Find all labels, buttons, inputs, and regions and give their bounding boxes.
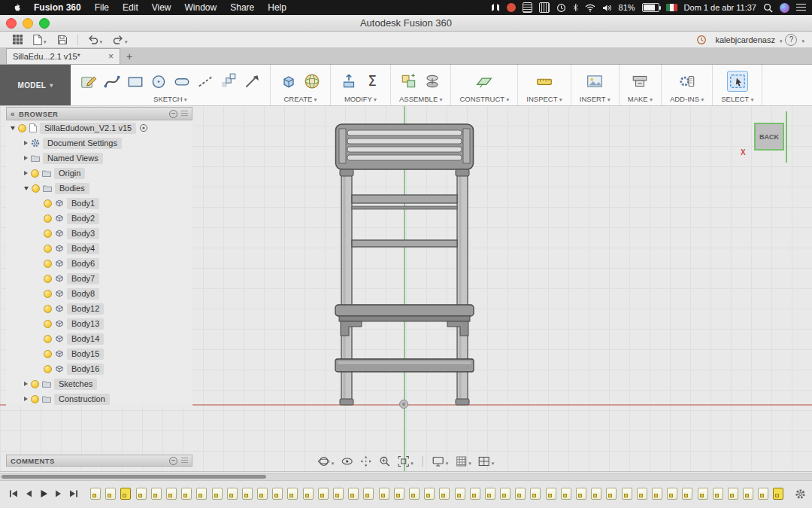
timeline-feature-icon[interactable] (136, 488, 147, 500)
spaces-icon[interactable] (491, 3, 500, 12)
apple-menu-icon[interactable] (6, 3, 27, 13)
bulb-icon[interactable] (44, 320, 52, 328)
battery-icon[interactable] (642, 3, 659, 12)
circle-icon[interactable] (149, 71, 168, 91)
timeline-settings-gear-icon[interactable] (795, 488, 806, 500)
joint-icon[interactable] (423, 71, 442, 91)
construction-line-icon[interactable] (195, 71, 215, 91)
menubar-menu-help[interactable]: Help (261, 2, 293, 13)
ribbon-group-label-add-ins[interactable]: ADD-INS (670, 95, 704, 103)
browser-item-body6[interactable]: Body6 (67, 258, 99, 269)
timeline-feature-icon[interactable] (698, 488, 708, 500)
wifi-icon[interactable] (585, 4, 595, 12)
ribbon-group-label-create[interactable]: CREATE (283, 95, 317, 103)
timeline-feature-icon[interactable] (257, 488, 268, 500)
browser-item-body3[interactable]: Body3 (67, 228, 99, 239)
fit-icon[interactable] (395, 454, 416, 469)
tab-close-icon[interactable] (108, 52, 114, 61)
viewcube-back-face[interactable]: BACK (754, 123, 784, 151)
comments-grip-handle[interactable] (181, 458, 188, 464)
horizontal-scrollbar[interactable] (0, 473, 812, 481)
timeline-feature-icon[interactable] (515, 488, 526, 500)
pan-icon[interactable] (357, 455, 374, 468)
browser-item-body2[interactable]: Body2 (67, 213, 99, 224)
print-icon[interactable] (630, 71, 650, 91)
press-pull-icon[interactable] (339, 71, 359, 91)
measure-icon[interactable] (535, 71, 554, 91)
disclosure-triangle[interactable] (24, 171, 28, 175)
timeline-feature-icon[interactable] (530, 488, 541, 500)
browser-item-body7[interactable]: Body7 (67, 273, 99, 284)
bluetooth-icon[interactable] (573, 3, 578, 12)
ribbon-group-label-construct[interactable]: CONSTRUCT (459, 95, 509, 103)
create-sketch-icon[interactable] (79, 71, 98, 91)
ribbon-group-label-insert[interactable]: INSERT (580, 95, 611, 103)
insert-image-icon[interactable] (585, 71, 604, 91)
timeline-feature-icon[interactable] (622, 488, 632, 500)
timeline-feature-icon[interactable] (242, 488, 253, 500)
browser-item-body1[interactable]: Body1 (67, 198, 99, 209)
bulb-icon[interactable] (44, 290, 52, 298)
browser-item-construction[interactable]: Construction (54, 394, 110, 405)
timeline-feature-icon[interactable] (227, 488, 238, 500)
document-status-icon[interactable] (523, 2, 532, 13)
notification-center-icon[interactable] (796, 4, 806, 11)
timeline-feature-icon[interactable] (500, 488, 511, 500)
window-title-bar[interactable]: Autodesk Fusion 360 (0, 15, 812, 32)
spotlight-search-icon[interactable] (763, 3, 773, 13)
timeline-feature-icon[interactable] (455, 488, 465, 500)
comments-toggle-icon[interactable] (169, 457, 177, 465)
timeline-feature-icon[interactable] (561, 488, 571, 500)
browser-item-body13[interactable]: Body13 (67, 318, 104, 330)
job-status-icon[interactable] (696, 35, 707, 45)
volume-icon[interactable] (602, 4, 612, 12)
window-zoom-button[interactable] (39, 18, 50, 29)
workspace-selector[interactable]: MODEL (0, 65, 71, 105)
browser-item-body16[interactable]: Body16 (67, 364, 104, 375)
plane-icon[interactable] (474, 71, 494, 91)
bulb-icon[interactable] (44, 275, 52, 283)
ribbon-group-label-assemble[interactable]: ASSEMBLE (399, 95, 442, 103)
timeline-feature-icon[interactable] (470, 488, 480, 500)
timeline-feature-icon[interactable] (166, 488, 177, 500)
bulb-icon[interactable] (44, 260, 52, 268)
comments-panel-header[interactable]: COMMENTS (6, 455, 192, 467)
timeline-feature-icon[interactable] (682, 488, 692, 500)
timeline-feature-icon[interactable] (485, 488, 495, 500)
pattern-icon[interactable] (219, 71, 238, 91)
scrollbar-thumb[interactable] (2, 475, 266, 479)
menubar-menu-share[interactable]: Share (223, 2, 261, 13)
browser-item-body4[interactable]: Body4 (67, 243, 99, 254)
panel-grip-handle[interactable] (181, 111, 188, 117)
timeline-feature-icon[interactable] (287, 488, 298, 500)
browser-item-body12[interactable]: Body12 (67, 303, 104, 315)
step-back-icon[interactable] (23, 488, 35, 500)
timeline-feature-icon[interactable] (728, 488, 738, 500)
disclosure-triangle[interactable] (24, 141, 28, 145)
undo-button[interactable] (88, 33, 103, 47)
siri-icon[interactable] (780, 3, 789, 13)
display-settings-icon[interactable] (430, 454, 451, 469)
bulb-icon[interactable] (44, 230, 52, 238)
timeline-feature-icon[interactable] (151, 488, 162, 500)
disclosure-triangle[interactable] (24, 156, 28, 160)
timeline-feature-icon[interactable] (713, 488, 723, 500)
ribbon-group-label-modify[interactable]: MODIFY (344, 95, 377, 103)
menubar-menu-edit[interactable]: Edit (116, 2, 145, 13)
user-account-menu[interactable]: kalebjcardenasz (715, 35, 775, 44)
timeline-feature-icon[interactable] (303, 488, 314, 500)
play-icon[interactable] (38, 488, 50, 500)
menubar-menu-file[interactable]: File (88, 2, 116, 13)
ribbon-group-label-make[interactable]: MAKE (628, 95, 653, 103)
project-icon[interactable] (242, 71, 262, 91)
disclosure-triangle[interactable] (24, 397, 28, 401)
columns-status-icon[interactable] (539, 2, 550, 13)
ribbon-group-label-inspect[interactable]: INSPECT (526, 95, 562, 103)
disclosure-triangle[interactable] (11, 126, 15, 130)
window-close-button[interactable] (6, 18, 17, 29)
ribbon-group-label-sketch[interactable]: SKETCH (153, 95, 187, 103)
select-icon[interactable] (728, 71, 747, 91)
timeline-feature-icon[interactable] (606, 488, 617, 500)
timeline-feature-icon[interactable] (272, 488, 283, 500)
bulb-icon[interactable] (44, 350, 52, 358)
